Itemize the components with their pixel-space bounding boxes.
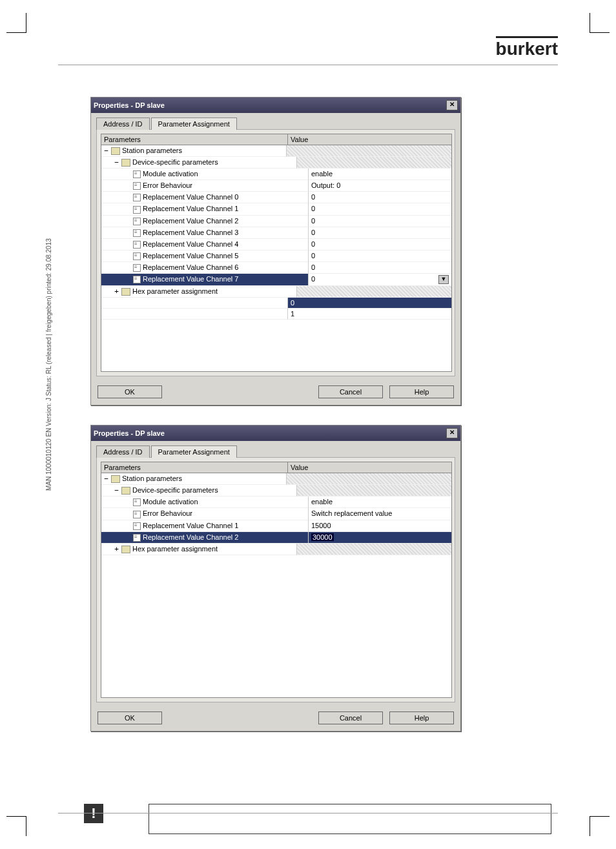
dialog-properties-2: Properties - DP slave ✕ Address / ID Par… [90, 425, 461, 731]
tree-row[interactable]: Replacement Value Channel 40 [101, 239, 451, 251]
alert-icon: ! [84, 804, 103, 823]
tree-row[interactable]: Replacement Value Channel 30 [101, 227, 451, 239]
tab-address-id[interactable]: Address / ID [96, 118, 150, 130]
ok-button[interactable]: OK [98, 385, 162, 398]
dialog-title: Properties - DP slave [94, 429, 165, 437]
grid-header-value: Value [288, 134, 451, 145]
parameters-grid[interactable]: Parameters Value −Station parameters−Dev… [101, 134, 452, 372]
tree-row[interactable]: Replacement Value Channel 60 [101, 262, 451, 274]
dropdown-option-1[interactable]: 1 [288, 309, 451, 320]
tree-row[interactable]: Replacement Value Channel 230000 [101, 532, 451, 544]
help-button[interactable]: Help [389, 711, 454, 724]
tree-row[interactable]: Module activationenable [101, 169, 451, 180]
tree-row[interactable]: Replacement Value Channel 50 [101, 251, 451, 262]
tree-row[interactable]: Replacement Value Channel 115000 [101, 520, 451, 532]
help-button[interactable]: Help [389, 385, 454, 398]
ok-button[interactable]: OK [98, 711, 162, 724]
note-box [149, 804, 551, 834]
tree-row[interactable]: Error BehaviourOutput: 0 [101, 180, 451, 192]
grid-header-value: Value [288, 462, 451, 473]
tab-address-id[interactable]: Address / ID [96, 445, 150, 458]
cancel-button[interactable]: Cancel [318, 711, 383, 724]
tree-row[interactable]: +Hex parameter assignment [101, 286, 451, 298]
tree-row[interactable]: Module activationenable [101, 496, 451, 508]
tree-row[interactable]: Replacement Value Channel 70▼ [101, 274, 451, 286]
tree-row[interactable]: −Device-specific parameters [101, 485, 451, 496]
tree-row[interactable]: −Device-specific parameters [101, 157, 451, 169]
titlebar[interactable]: Properties - DP slave ✕ [91, 425, 460, 441]
side-metadata: MAN 1000010120 EN Version: J Status: RL … [45, 238, 52, 491]
tree-row[interactable]: −Station parameters [101, 145, 451, 157]
dialog-properties-1: Properties - DP slave ✕ Address / ID Par… [90, 97, 461, 405]
tab-parameter-assignment[interactable]: Parameter Assignment [151, 445, 237, 458]
cancel-button[interactable]: Cancel [318, 385, 383, 398]
tree-row[interactable]: −Station parameters [101, 473, 451, 485]
tree-row[interactable]: Replacement Value Channel 20 [101, 216, 451, 227]
grid-header-parameters: Parameters [101, 462, 288, 473]
close-icon[interactable]: ✕ [446, 100, 458, 110]
grid-header-parameters: Parameters [101, 134, 288, 145]
tree-row[interactable]: Replacement Value Channel 10 [101, 203, 451, 215]
dialog-title: Properties - DP slave [94, 101, 165, 109]
tree-row[interactable]: Replacement Value Channel 00 [101, 192, 451, 203]
tab-parameter-assignment[interactable]: Parameter Assignment [151, 118, 237, 130]
dropdown-arrow-icon[interactable]: ▼ [438, 275, 449, 284]
titlebar[interactable]: Properties - DP slave ✕ [91, 97, 460, 113]
close-icon[interactable]: ✕ [446, 428, 458, 438]
tree-row[interactable]: +Hex parameter assignment [101, 544, 451, 555]
parameters-grid[interactable]: Parameters Value −Station parameters−Dev… [101, 462, 452, 698]
tree-row[interactable]: Error BehaviourSwitch replacement value [101, 508, 451, 520]
brand-logo: burkert [496, 39, 558, 59]
dropdown-option-0[interactable]: 0 [288, 298, 451, 309]
